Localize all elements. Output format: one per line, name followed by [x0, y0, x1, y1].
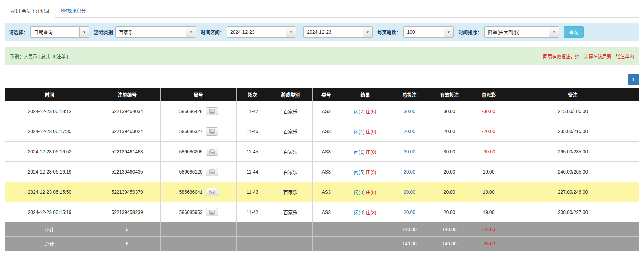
result-player: 闲(1) [354, 129, 364, 134]
time-sort-label: 时间排序： [458, 29, 482, 35]
game-type-caret-button[interactable]: ▼ [186, 26, 196, 38]
page-size-caret-button[interactable]: ▼ [444, 26, 454, 38]
cell-time: 2024-12-23 06:18:12 [5, 101, 94, 121]
total-bet-link[interactable]: 30.00 [404, 149, 415, 154]
cell-result: 闲(0) 庄(8) [340, 182, 390, 202]
cell-result: 闲(0) 庄(8) [340, 202, 390, 222]
col-header-time: 时间 [5, 88, 94, 101]
replay-video-button[interactable] [206, 208, 218, 216]
col-header-bet-id: 注单编号 [94, 88, 160, 101]
page-button-1[interactable]: 1 [628, 74, 639, 85]
table-row: 2024-12-23 06:16:19 522139460435 5866861… [5, 162, 639, 182]
total-payout: -23.00 [470, 237, 507, 251]
cell-session: 11-45 [236, 142, 268, 162]
subtotal-label: 小计 [5, 222, 94, 237]
cell-table-no: AS3 [312, 202, 340, 222]
result-banker: 庄(9) [366, 169, 376, 175]
search-button[interactable]: 查询 [564, 26, 584, 38]
cell-round-id: 586686205 [160, 142, 236, 162]
empty-cell [236, 222, 268, 237]
replay-video-button[interactable] [206, 188, 218, 196]
page-size-label: 每页笔数： [377, 29, 401, 35]
page-size-select[interactable]: 100 ▼ [403, 26, 454, 38]
replay-video-button[interactable] [206, 168, 218, 176]
cell-time: 2024-12-23 06:15:50 [5, 182, 94, 202]
query-type-caret-button[interactable]: ▼ [79, 26, 89, 38]
cell-payout: 19.00 [470, 202, 507, 222]
total-bet-link[interactable]: 20.00 [404, 129, 415, 134]
total-row: 总计 6 140.00 140.00 -23.00 [5, 237, 639, 251]
col-header-table-no: 桌号 [312, 88, 340, 101]
time-sort-select[interactable]: 降幂(由大到小) ▼ [484, 26, 559, 38]
time-sort-caret-button[interactable]: ▼ [549, 26, 559, 38]
tab-member-bet-records[interactable]: 视讯 会员下注纪录 [5, 4, 55, 18]
cell-bet-id: 522139461463 [94, 142, 160, 162]
total-bet-link[interactable]: 30.00 [404, 109, 415, 114]
empty-cell [312, 237, 340, 251]
replay-video-button[interactable] [206, 127, 218, 136]
date-to-select[interactable]: 2024-12-23 ▼ [303, 26, 373, 38]
page-size-value[interactable]: 100 [403, 26, 444, 38]
cell-game-type: 百家乐 [268, 202, 312, 222]
summary-bar: 币别：人民币 | 总共 :6 注单 | 同局有效投注，统一计算在该局第一张注单内 [5, 47, 639, 65]
video-image-icon [209, 210, 215, 215]
currency-total-summary: 币别：人民币 | 总共 :6 注单 | [10, 53, 68, 60]
cell-game-type: 百家乐 [268, 101, 312, 121]
time-sort-value[interactable]: 降幂(由大到小) [484, 26, 549, 38]
query-type-select[interactable]: 日期查询 ▼ [30, 26, 89, 38]
cell-total-bet: 20.00 [390, 121, 428, 142]
bet-records-table: 时间 注单编号 局号 场次 游戏类别 桌号 结果 总投注 有效投注 总派彩 备注… [5, 88, 639, 251]
round-id: 586686205 [179, 149, 203, 154]
game-type-label: 游戏类别 [94, 29, 113, 35]
cell-total-bet: 30.00 [390, 101, 428, 121]
subtotal-payout: -23.00 [470, 222, 507, 237]
cell-remark: 265.00/235.00 [507, 142, 639, 162]
video-image-icon [209, 109, 215, 114]
cell-result: 闲(5) 庄(9) [340, 162, 390, 182]
pagination: 1 [5, 74, 639, 85]
table-row: 2024-12-23 06:15:19 522139458239 5866859… [5, 202, 639, 222]
query-type-value[interactable]: 日期查询 [30, 26, 79, 38]
total-count: 6 [94, 237, 160, 251]
cell-round-id: 586686428 [160, 101, 236, 121]
col-header-valid-bet: 有效投注 [428, 88, 470, 101]
empty-cell [340, 222, 390, 237]
cell-valid-bet: 20.00 [428, 121, 470, 142]
subtotal-row: 小计 6 140.00 140.00 -23.00 [5, 222, 639, 237]
total-bet-link[interactable]: 20.00 [404, 169, 415, 175]
tab-bar: 视讯 会员下注纪录 BB视讯积分 [5, 4, 639, 18]
cell-game-type: 百家乐 [268, 142, 312, 162]
cell-time: 2024-12-23 06:16:52 [5, 142, 94, 162]
date-from-value[interactable]: 2024-12-23 [227, 26, 286, 38]
round-id: 586686428 [179, 109, 203, 114]
date-from-caret-button[interactable]: ▼ [286, 26, 296, 38]
empty-cell [160, 237, 236, 251]
replay-video-button[interactable] [206, 107, 218, 115]
cell-remark: 227.00/246.00 [507, 182, 639, 202]
result-banker: 庄(0) [366, 149, 376, 155]
table-row: 2024-12-23 06:17:35 522139463024 5866863… [5, 121, 639, 142]
result-banker: 庄(5) [366, 129, 376, 134]
round-id: 586685953 [179, 209, 203, 215]
cell-total-bet: 20.00 [390, 182, 428, 202]
replay-video-button[interactable] [206, 148, 218, 156]
payout-value: -20.00 [482, 129, 495, 134]
filter-bar: 请选择： 日期查询 ▼ 游戏类别 百家乐 ▼ 时间区间： 2024-12-23 … [5, 23, 639, 41]
page-frame: 视讯 会员下注纪录 BB视讯积分 请选择： 日期查询 ▼ 游戏类别 百家乐 ▼ … [0, 0, 644, 269]
total-bet-link[interactable]: 20.00 [404, 189, 415, 195]
game-type-select[interactable]: 百家乐 ▼ [115, 26, 196, 38]
tab-bb-video-points[interactable]: BB视讯积分 [55, 4, 91, 18]
total-bet-link[interactable]: 20.00 [404, 209, 415, 215]
cell-time: 2024-12-23 06:17:35 [5, 121, 94, 142]
cell-payout: 19.00 [470, 182, 507, 202]
chevron-down-icon: ▼ [447, 31, 451, 34]
col-header-round-id: 局号 [160, 88, 236, 101]
cell-valid-bet: 20.00 [428, 202, 470, 222]
date-from-select[interactable]: 2024-12-23 ▼ [227, 26, 296, 38]
cell-session: 11-42 [236, 202, 268, 222]
cell-session: 11-43 [236, 182, 268, 202]
empty-cell [236, 237, 268, 251]
date-to-value[interactable]: 2024-12-23 [303, 26, 363, 38]
game-type-value[interactable]: 百家乐 [115, 26, 186, 38]
date-to-caret-button[interactable]: ▼ [363, 26, 373, 38]
